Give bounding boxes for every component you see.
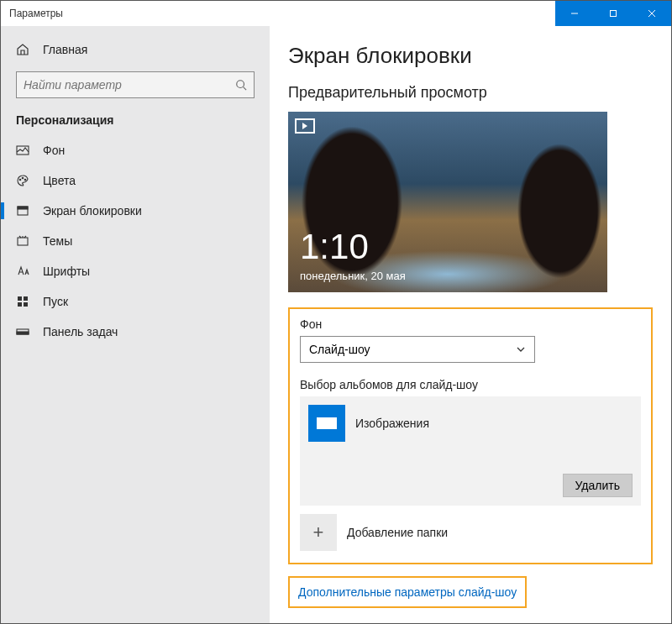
minimize-button[interactable]	[555, 1, 594, 26]
remove-button[interactable]: Удалить	[563, 474, 633, 497]
svg-rect-12	[18, 238, 28, 245]
sidebar-item-label: Панель задач	[43, 325, 118, 338]
svg-rect-15	[18, 302, 22, 307]
album-panel: Изображения Удалить	[300, 396, 641, 506]
svg-line-5	[244, 87, 247, 91]
album-name: Изображения	[355, 417, 429, 430]
background-dropdown[interactable]: Слайд-шоу	[300, 336, 535, 363]
sidebar-item-background[interactable]: Фон	[1, 135, 270, 165]
svg-point-4	[237, 81, 244, 88]
sidebar-item-label: Экран блокировки	[43, 204, 142, 218]
search-input[interactable]	[24, 78, 235, 92]
palette-icon	[16, 174, 29, 187]
section-title: Персонализация	[1, 110, 270, 135]
chevron-down-icon	[516, 344, 526, 354]
svg-point-8	[22, 177, 24, 179]
home-nav[interactable]: Главная	[1, 34, 270, 65]
window-body: Главная Персонализация Фон Цвета Экран б…	[1, 26, 671, 623]
search-icon	[235, 79, 247, 91]
sidebar-item-label: Фон	[43, 144, 65, 157]
maximize-button[interactable]	[594, 1, 633, 26]
preview-label: Предварительный просмотр	[288, 84, 653, 102]
sidebar-item-start[interactable]: Пуск	[1, 286, 270, 317]
sidebar-item-label: Шрифты	[43, 265, 90, 278]
advanced-slideshow-link[interactable]: Дополнительные параметры слайд-шоу	[298, 585, 517, 599]
add-folder-label: Добавление папки	[347, 526, 448, 539]
slideshow-icon	[295, 118, 315, 134]
album-item[interactable]: Изображения	[300, 396, 641, 448]
home-icon	[16, 43, 29, 56]
add-folder-row[interactable]: + Добавление папки	[300, 514, 641, 551]
themes-icon	[16, 234, 29, 248]
titlebar: Параметры	[1, 1, 671, 26]
page-title: Экран блокировки	[288, 43, 653, 69]
settings-window: Параметры Главная Персонализация	[0, 0, 672, 624]
window-title: Параметры	[1, 8, 63, 19]
taskbar-icon	[16, 325, 29, 338]
background-label: Фон	[300, 317, 641, 331]
sidebar-item-themes[interactable]: Темы	[1, 226, 270, 256]
preview-date: понедельник, 20 мая	[300, 270, 406, 282]
sidebar-item-label: Цвета	[43, 174, 76, 187]
svg-rect-16	[24, 302, 28, 307]
svg-rect-1	[611, 11, 617, 17]
start-icon	[16, 295, 29, 308]
svg-rect-11	[18, 207, 28, 209]
sidebar-item-label: Пуск	[43, 295, 68, 308]
folder-thumb	[308, 405, 345, 442]
sidebar-item-taskbar[interactable]: Панель задач	[1, 317, 270, 347]
fonts-icon	[16, 265, 29, 278]
albums-label: Выбор альбомов для слайд-шоу	[300, 378, 641, 391]
add-folder-button[interactable]: +	[300, 514, 337, 551]
album-actions: Удалить	[300, 448, 641, 497]
plus-icon: +	[313, 522, 324, 543]
lockscreen-icon	[16, 204, 29, 218]
svg-rect-14	[24, 296, 28, 301]
content-area: Экран блокировки Предварительный просмот…	[270, 26, 671, 623]
sidebar-item-label: Темы	[43, 234, 72, 248]
dropdown-value: Слайд-шоу	[309, 343, 370, 356]
preview-time: 1:10	[300, 227, 369, 267]
lockscreen-preview: 1:10 понедельник, 20 мая	[288, 112, 607, 292]
home-label: Главная	[43, 43, 87, 56]
sidebar: Главная Персонализация Фон Цвета Экран б…	[1, 26, 270, 623]
svg-rect-13	[18, 296, 22, 301]
svg-point-9	[24, 179, 26, 181]
background-section: Фон Слайд-шоу Выбор альбомов для слайд-ш…	[288, 307, 653, 564]
search-box[interactable]	[16, 71, 255, 98]
sidebar-item-lockscreen[interactable]: Экран блокировки	[1, 196, 270, 226]
svg-point-7	[19, 179, 21, 181]
close-button[interactable]	[633, 1, 671, 26]
window-controls	[555, 1, 671, 26]
advanced-link-box: Дополнительные параметры слайд-шоу	[288, 576, 527, 608]
svg-rect-18	[17, 332, 29, 334]
sidebar-item-colors[interactable]: Цвета	[1, 165, 270, 196]
sidebar-item-fonts[interactable]: Шрифты	[1, 256, 270, 286]
picture-icon	[16, 144, 29, 157]
